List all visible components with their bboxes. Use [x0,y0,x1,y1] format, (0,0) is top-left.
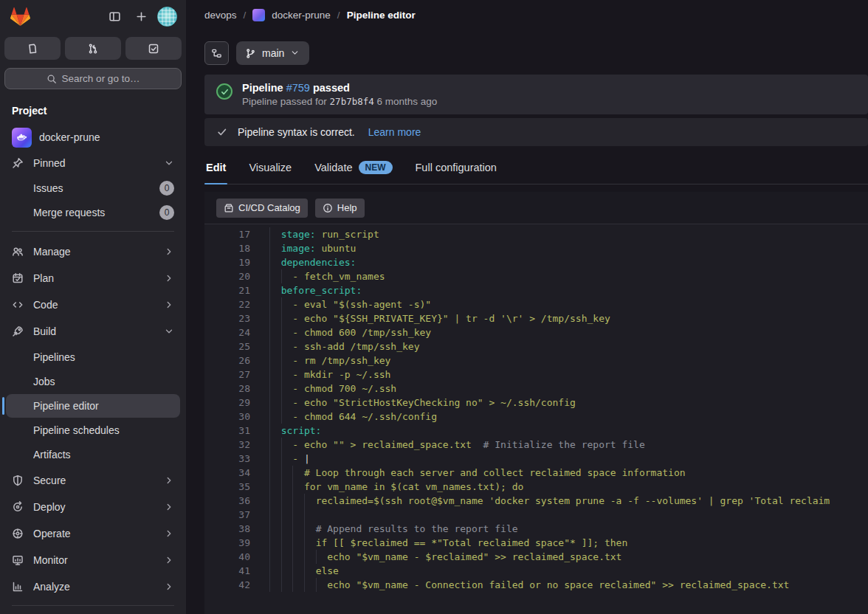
sidebar-item-plan[interactable]: Plan [6,266,180,291]
code-line-content[interactable]: - chmod 600 /tmp/ssh_key [258,325,868,339]
breadcrumb-project[interactable]: docker-prune [272,10,331,21]
code-token: dependencies: [281,257,356,268]
sidebar-item-code[interactable]: Code [6,292,180,317]
code-line-36[interactable]: 36 reclaimed=$(ssh root@$vm_name 'docker… [204,494,868,508]
sidebar-item-analyze[interactable]: Analyze [6,574,180,599]
code-line-content[interactable]: - echo "StrictHostKeyChecking no" > ~/.s… [258,396,868,410]
code-line-32[interactable]: 32 - echo "" > reclaimed_space.txt # Ini… [204,438,868,452]
code-line-content[interactable]: # Append results to the report file [258,522,868,536]
code-line-content[interactable]: - mkdir -p ~/.ssh [258,368,868,382]
sidebar-item-project[interactable]: docker-prune [6,124,180,151]
user-avatar[interactable] [157,7,177,27]
sidebar-item-build[interactable]: Build [6,319,180,344]
create-new-icon[interactable] [131,6,151,27]
code-line-content[interactable]: image: ubuntu [258,241,868,255]
sidebar-collapse-icon[interactable] [104,6,125,27]
code-line-31[interactable]: 31 script: [204,424,868,438]
sidebar-item-deploy[interactable]: Deploy [6,494,180,520]
code-line-content[interactable]: - rm /tmp/ssh_key [258,353,868,368]
code-line-37[interactable]: 37 [204,508,868,522]
code-editor[interactable]: 17 stage: run_script18 image: ubuntu19 d… [204,224,868,614]
code-line-18[interactable]: 18 image: ubuntu [204,241,868,255]
indent-guide [269,241,270,255]
code-line-content[interactable]: # Loop through each server and collect r… [258,466,868,480]
sidebar-item-jobs[interactable]: Jobs [6,370,180,393]
code-line-content[interactable]: echo "$vm_name - $reclaimed" >> reclaime… [258,550,868,564]
sidebar-item-operate[interactable]: Operate [6,521,180,546]
issues-shortcut-icon[interactable] [4,37,61,60]
code-line-40[interactable]: 40 echo "$vm_name - $reclaimed" >> recla… [204,550,868,564]
sidebar-item-pinned[interactable]: Pinned [6,151,180,175]
code-line-content[interactable]: script: [258,424,868,438]
code-line-content[interactable]: - eval "$(ssh-agent -s)" [258,297,868,311]
tab-edit[interactable]: Edit [204,153,227,184]
sidebar-item-artifacts[interactable]: Artifacts [6,443,180,466]
code-line-35[interactable]: 35 for vm_name in $(cat vm_names.txt); d… [204,480,868,494]
sidebar-item-merge-requests[interactable]: Merge requests0 [6,201,180,224]
code-line-content[interactable]: - ssh-add /tmp/ssh_key [258,339,868,353]
code-line-26[interactable]: 26 - rm /tmp/ssh_key [204,353,868,368]
code-line-42[interactable]: 42 echo "$vm_name - Connection failed or… [204,578,868,592]
pipeline-id-link[interactable]: #759 [286,82,310,94]
code-line-33[interactable]: 33 - | [204,452,868,466]
code-line-content[interactable]: stage: run_script [258,227,868,241]
code-token: script: [281,425,322,436]
code-line-content[interactable]: - chmod 700 ~/.ssh [258,382,868,396]
code-line-27[interactable]: 27 - mkdir -p ~/.ssh [204,368,868,382]
code-line-content[interactable]: else [258,564,868,578]
code-line-39[interactable]: 39 if [[ $reclaimed == *"Total reclaimed… [204,536,868,550]
merge-request-shortcut-icon[interactable] [65,37,121,60]
code-line-21[interactable]: 21 before_script: [204,283,868,297]
code-line-content[interactable]: echo "$vm_name - Connection failed or no… [258,578,868,592]
code-line-content[interactable]: - chmod 644 ~/.ssh/config [258,410,868,424]
code-line-19[interactable]: 19 dependencies: [204,255,868,269]
code-line-28[interactable]: 28 - chmod 700 ~/.ssh [204,382,868,396]
code-line-23[interactable]: 23 - echo "${SSH_PRIVATE_KEY}" | tr -d '… [204,311,868,325]
sidebar-item-pipeline-schedules[interactable]: Pipeline schedules [6,418,180,442]
todo-shortcut-icon[interactable] [125,37,182,60]
code-line-content[interactable]: - | [258,452,868,466]
code-line-content[interactable]: - fetch_vm_names [258,269,868,283]
sidebar-item-monitor[interactable]: Monitor [6,548,180,573]
code-line-content[interactable] [258,508,868,522]
search-input[interactable]: Search or go to… [4,68,182,89]
code-line-41[interactable]: 41 else [204,564,868,578]
breadcrumb-group[interactable]: devops [204,10,237,21]
code-line-content[interactable]: if [[ $reclaimed == *"Total reclaimed sp… [258,536,868,550]
code-line-30[interactable]: 30 - chmod 644 ~/.ssh/config [204,410,868,424]
cicd-catalog-button[interactable]: CI/CD Catalog [216,199,308,218]
search-placeholder: Search or go to… [62,73,140,84]
sidebar-item-secure[interactable]: Secure [6,468,180,493]
code-line-content[interactable]: before_script: [258,283,868,297]
tab-validate[interactable]: ValidateNEW [313,153,393,184]
code-line-content[interactable]: reclaimed=$(ssh root@$vm_name 'docker sy… [258,494,868,508]
check-icon [217,127,227,137]
sidebar-item-pipeline-editor[interactable]: Pipeline editor [6,394,180,418]
code-line-25[interactable]: 25 - ssh-add /tmp/ssh_key [204,339,868,353]
code-line-content[interactable]: - echo "" > reclaimed_space.txt # Initia… [258,438,868,452]
code-line-20[interactable]: 20 - fetch_vm_names [204,269,868,283]
branch-selector[interactable]: main [236,41,309,65]
indent-guide [316,550,317,564]
code-line-38[interactable]: 38 # Append results to the report file [204,522,868,536]
sidebar-item-manage[interactable]: Manage [6,239,180,264]
code-token: # Initialize the report file [472,439,645,450]
commit-sha-link[interactable]: 27b7b8f4 [330,96,374,107]
help-button[interactable]: Help [315,199,365,218]
file-tree-toggle-button[interactable] [204,41,229,65]
code-line-24[interactable]: 24 - chmod 600 /tmp/ssh_key [204,325,868,339]
sidebar-item-label: Pipeline schedules [33,424,174,436]
code-line-34[interactable]: 34 # Loop through each server and collec… [204,466,868,480]
code-line-17[interactable]: 17 stage: run_script [204,227,868,241]
learn-more-link[interactable]: Learn more [368,126,421,138]
sidebar-item-pipelines[interactable]: Pipelines [6,345,180,369]
tab-full-configuration[interactable]: Full configuration [414,153,498,184]
tab-visualize[interactable]: Visualize [247,153,293,184]
code-line-content[interactable]: - echo "${SSH_PRIVATE_KEY}" | tr -d '\r'… [258,311,868,325]
code-line-22[interactable]: 22 - eval "$(ssh-agent -s)" [204,297,868,311]
gitlab-logo[interactable] [10,7,30,27]
code-line-content[interactable]: dependencies: [258,255,868,269]
code-line-29[interactable]: 29 - echo "StrictHostKeyChecking no" > ~… [204,396,868,410]
sidebar-item-issues[interactable]: Issues0 [6,176,180,200]
code-line-content[interactable]: for vm_name in $(cat vm_names.txt); do [258,480,868,494]
